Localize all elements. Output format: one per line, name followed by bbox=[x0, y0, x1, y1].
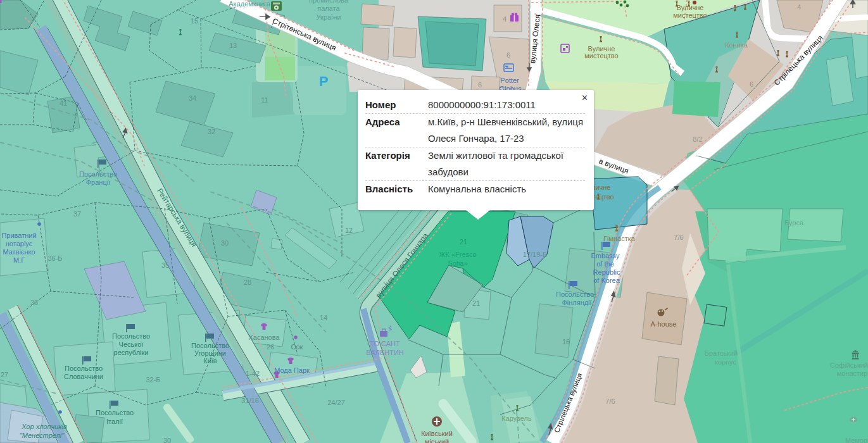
svg-text:30: 30 bbox=[163, 437, 171, 443]
svg-text:"Менестрелі": "Менестрелі" bbox=[20, 432, 65, 439]
svg-text:республіки: республіки bbox=[114, 349, 149, 356]
svg-text:мистецтво: мистецтво bbox=[584, 52, 618, 59]
svg-text:Фінляндії: Фінляндії bbox=[562, 299, 591, 306]
svg-text:32-Б: 32-Б bbox=[146, 376, 160, 384]
svg-text:A-house: A-house bbox=[651, 320, 677, 328]
svg-text:М.Г: М.Г bbox=[13, 256, 25, 264]
svg-text:Хор хлопчиків: Хор хлопчиків bbox=[21, 423, 67, 430]
svg-text:37: 37 bbox=[73, 210, 81, 218]
svg-text:Софійський: Софійський bbox=[830, 361, 868, 369]
svg-text:Potter: Potter bbox=[500, 77, 519, 84]
svg-text:Гімнастка: Гімнастка bbox=[603, 235, 636, 242]
svg-text:Франції: Франції bbox=[86, 178, 110, 186]
svg-text:24/27: 24/27 bbox=[327, 399, 345, 406]
svg-text:11: 11 bbox=[261, 96, 268, 104]
svg-text:міський: міський bbox=[425, 438, 449, 443]
svg-text:30: 30 bbox=[221, 239, 229, 247]
svg-text:8/2: 8/2 bbox=[693, 135, 702, 143]
svg-text:Republic: Republic bbox=[593, 268, 620, 276]
svg-text:Київ: Київ bbox=[203, 357, 217, 365]
svg-text:6: 6 bbox=[478, 81, 482, 89]
svg-text:Матвієнко: Матвієнко bbox=[3, 248, 35, 256]
svg-text:21: 21 bbox=[472, 299, 480, 307]
svg-text:Посольство: Посольство bbox=[96, 409, 134, 416]
svg-text:12: 12 bbox=[345, 227, 353, 234]
svg-text:Посольство: Посольство bbox=[79, 170, 117, 178]
svg-text:ЖК «Fresco: ЖК «Fresco bbox=[439, 251, 476, 258]
svg-text:26: 26 bbox=[267, 343, 274, 351]
svg-text:17/19-Б: 17/19-Б bbox=[523, 251, 547, 258]
svg-text:Київський: Київський bbox=[421, 430, 453, 437]
svg-text:41: 41 bbox=[60, 99, 67, 107]
svg-text:палата: палата bbox=[317, 4, 340, 12]
svg-text:ТО САНТ: ТО САНТ bbox=[370, 340, 400, 347]
svg-text:35: 35 bbox=[161, 261, 169, 269]
svg-text:Приватний: Приватний bbox=[1, 232, 36, 239]
svg-text:34: 34 bbox=[189, 94, 196, 102]
svg-text:16: 16 bbox=[562, 338, 570, 346]
svg-text:31/16: 31/16 bbox=[241, 397, 259, 404]
svg-text:Італії: Італії bbox=[106, 418, 123, 425]
svg-text:Чеської: Чеської bbox=[119, 340, 144, 348]
svg-text:монастир: монастир bbox=[837, 370, 868, 377]
svg-text:Embassy: Embassy bbox=[591, 252, 620, 259]
svg-text:of Korea: of Korea bbox=[593, 277, 620, 284]
svg-text:15: 15 bbox=[191, 17, 198, 25]
svg-text:Посольство: Посольство bbox=[191, 342, 229, 349]
svg-text:Коняка: Коняка bbox=[725, 41, 748, 49]
svg-text:Меморіал: Меморіал bbox=[845, 437, 868, 443]
svg-text:Угорщини: Угорщини bbox=[194, 349, 226, 357]
svg-text:6: 6 bbox=[750, 80, 753, 88]
svg-text:промислова: промислова bbox=[309, 0, 349, 4]
svg-text:корпус: корпус bbox=[715, 358, 737, 366]
svg-text:Сок: Сок bbox=[291, 343, 303, 351]
svg-text:Словаччини: Словаччини bbox=[64, 373, 103, 380]
svg-text:21: 21 bbox=[460, 238, 467, 246]
svg-text:Карусель: Карусель bbox=[501, 415, 532, 422]
svg-text:Sofia»: Sofia» bbox=[448, 259, 467, 267]
svg-text:7/6: 7/6 bbox=[605, 397, 615, 405]
svg-text:ВАЛЕНТИН: ВАЛЕНТИН bbox=[366, 349, 404, 356]
svg-text:36-Б: 36-Б bbox=[47, 254, 62, 262]
svg-text:of the: of the bbox=[596, 260, 614, 268]
svg-text:Посольство: Посольство bbox=[65, 365, 103, 372]
svg-text:Посольство: Посольство bbox=[556, 290, 594, 298]
svg-text:України: України bbox=[317, 13, 341, 21]
svg-text:Бурса: Бурса bbox=[784, 219, 804, 227]
svg-text:36: 36 bbox=[30, 299, 38, 306]
svg-text:Вуличне: Вуличне bbox=[677, 4, 704, 11]
svg-text:1-42: 1-42 bbox=[246, 370, 260, 377]
svg-text:32: 32 bbox=[208, 128, 215, 135]
svg-text:нотаріус: нотаріус bbox=[6, 240, 33, 247]
svg-text:Академкнига: Академкнига bbox=[229, 0, 270, 8]
svg-text:4: 4 bbox=[797, 3, 801, 11]
svg-text:7/6: 7/6 bbox=[674, 234, 683, 241]
svg-text:Посольство: Посольство bbox=[112, 332, 150, 340]
svg-text:28: 28 bbox=[244, 278, 251, 286]
svg-text:Хасанова: Хасанова bbox=[248, 334, 280, 341]
svg-text:4: 4 bbox=[503, 15, 506, 23]
svg-text:P: P bbox=[319, 73, 329, 89]
svg-text:Братський: Братський bbox=[705, 349, 738, 357]
svg-text:27: 27 bbox=[1, 371, 8, 378]
svg-text:13: 13 bbox=[229, 42, 237, 49]
svg-text:6: 6 bbox=[506, 51, 510, 59]
svg-text:мистецтво: мистецтво bbox=[673, 11, 707, 19]
svg-text:Мода Парк: Мода Парк bbox=[274, 366, 310, 374]
svg-text:14: 14 bbox=[320, 314, 327, 321]
